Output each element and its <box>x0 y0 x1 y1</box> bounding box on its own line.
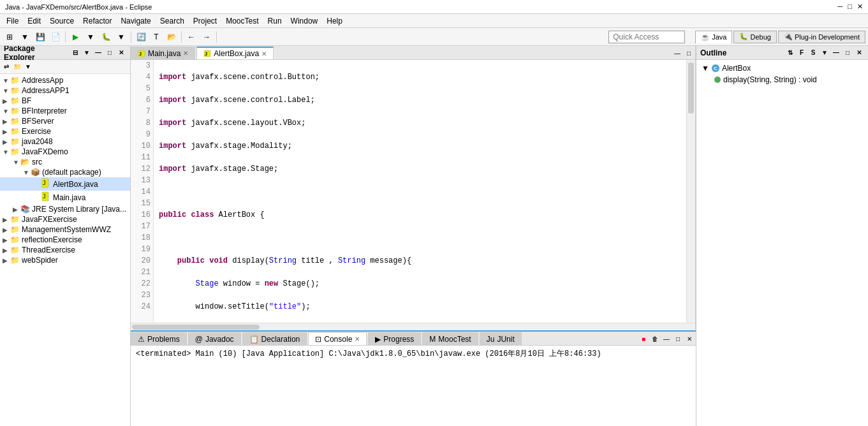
new-folder-btn[interactable]: 📁 <box>12 62 22 72</box>
minimize-btn[interactable]: ─ <box>838 3 843 11</box>
tab-alertbox-close[interactable]: ✕ <box>261 50 267 57</box>
problems-label: Problems <box>147 335 180 344</box>
tree-item-addressapp1[interactable]: ▼ 📁 AddressAPP1 <box>0 85 130 96</box>
menu-file[interactable]: File <box>3 15 22 27</box>
menu-navigate[interactable]: Navigate <box>117 15 154 27</box>
editor-maximize-btn[interactable]: □ <box>684 48 694 58</box>
tab-javadoc[interactable]: @ Javadoc <box>188 332 241 345</box>
tab-junit[interactable]: Ju JUnit <box>480 332 522 345</box>
menu-window[interactable]: Window <box>287 15 322 27</box>
menu-run[interactable]: Run <box>264 15 286 27</box>
menu-bar: File Edit Source Refactor Navigate Searc… <box>0 14 868 28</box>
tree-item-exercise[interactable]: ▶ 📁 Exercise <box>0 126 130 136</box>
menu-search[interactable]: Search <box>156 15 188 27</box>
outline-tree-root: ▼ C AlertBox <box>699 62 865 74</box>
tab-progress[interactable]: ▶ Progress <box>368 332 421 345</box>
label-webspider: webSpider <box>22 256 58 265</box>
new-dropdown[interactable]: ▼ <box>18 30 32 44</box>
perspective-plugin[interactable]: 🔌 Plug-in Development <box>778 31 865 43</box>
console-close-btn[interactable]: ✕ <box>684 334 695 344</box>
menu-mooctest[interactable]: MoocTest <box>222 15 262 27</box>
outline-minimize-btn[interactable]: — <box>831 48 841 58</box>
outline-menu-btn[interactable]: ▼ <box>820 48 830 58</box>
editor-vertical-scrollbar[interactable] <box>686 60 695 323</box>
editor-horizontal-scrollbar[interactable] <box>131 323 695 330</box>
tree-item-main[interactable]: J Main.java <box>0 191 130 204</box>
panel-minimize-btn[interactable]: — <box>93 48 103 58</box>
arrow-reflection: ▶ <box>3 237 10 244</box>
outline-alertbox-class[interactable]: AlertBox <box>722 64 751 73</box>
menu-edit[interactable]: Edit <box>24 15 45 27</box>
debug-btn[interactable]: 🐛 <box>99 30 113 44</box>
outline-hide-fields-btn[interactable]: F <box>797 48 807 58</box>
tab-mooctest[interactable]: M MoocTest <box>422 332 478 345</box>
outline-display-method[interactable]: display(String, String) : void <box>723 75 817 84</box>
link-with-editor-btn[interactable]: ⇄ <box>1 62 11 72</box>
menu-source[interactable]: Source <box>46 15 78 27</box>
toolbar-menu-btn[interactable]: ▼ <box>23 62 33 72</box>
open-type-btn[interactable]: T <box>149 30 163 44</box>
console-minimize-btn[interactable]: — <box>661 334 672 344</box>
tree-item-mgmt[interactable]: ▶ 📁 ManagementSystemWWZ <box>0 224 130 235</box>
code-content[interactable]: import javafx.scene.control.Button; impo… <box>154 60 686 323</box>
tree-item-default-pkg[interactable]: ▼ 📦 (default package) <box>0 167 130 177</box>
outline-sort-btn[interactable]: ⇅ <box>785 48 795 58</box>
panel-menu-btn[interactable]: ▼ <box>82 48 92 58</box>
editor-minimize-btn[interactable]: — <box>672 48 682 58</box>
outline-close-btn[interactable]: ✕ <box>854 48 864 58</box>
tree-item-bfserver[interactable]: ▶ 📁 BFServer <box>0 116 130 126</box>
tree-item-bf[interactable]: ▶ 📁 BF <box>0 96 130 106</box>
close-btn[interactable]: ✕ <box>857 3 863 11</box>
tree-item-reflection[interactable]: ▶ 📁 reflectionExercise <box>0 235 130 245</box>
console-maximize-btn[interactable]: □ <box>673 334 683 344</box>
save-btn[interactable]: 💾 <box>33 30 47 44</box>
tree-item-webspider[interactable]: ▶ 📁 webSpider <box>0 255 130 265</box>
label-addressapp1: AddressAPP1 <box>22 86 70 95</box>
save-all-btn[interactable]: 📄 <box>48 30 63 44</box>
tree-item-java2048[interactable]: ▶ 📁 java2048 <box>0 136 130 147</box>
quick-access-input[interactable] <box>608 31 685 43</box>
tree-item-thread[interactable]: ▶ 📁 ThreadExercise <box>0 245 130 255</box>
label-thread: ThreadExercise <box>22 246 75 254</box>
menu-help[interactable]: Help <box>323 15 346 27</box>
perspective-debug[interactable]: 🐛 Debug <box>733 31 776 43</box>
tab-main-java[interactable]: J Main.java ✕ <box>131 47 195 59</box>
project-icon-java2048: 📁 <box>10 137 20 146</box>
tab-console[interactable]: ⊡ Console ✕ <box>308 332 367 345</box>
outline-maximize-btn[interactable]: □ <box>842 48 853 58</box>
menu-refactor[interactable]: Refactor <box>79 15 115 27</box>
panel-close-btn[interactable]: ✕ <box>116 48 126 58</box>
debug-dropdown[interactable]: ▼ <box>114 30 128 44</box>
tab-main-close[interactable]: ✕ <box>183 50 188 57</box>
tree-item-addressapp[interactable]: ▼ 📁 AddressApp <box>0 75 130 85</box>
junit-icon: Ju <box>487 335 495 344</box>
run-btn[interactable]: ▶ <box>68 30 82 44</box>
tree-item-alertbox[interactable]: J AlertBox.java <box>0 177 130 191</box>
prev-edit-btn[interactable]: ← <box>184 30 198 44</box>
tree-item-javafxexercise[interactable]: ▶ 📁 JavaFXExercise <box>0 214 130 224</box>
code-line-11: public void display(String title , Strin… <box>159 255 681 267</box>
panel-maximize-btn[interactable]: □ <box>105 48 115 58</box>
menu-project[interactable]: Project <box>189 15 221 27</box>
run-dropdown[interactable]: ▼ <box>84 30 98 44</box>
open-resource-btn[interactable]: 📂 <box>165 30 179 44</box>
tree-item-bfinterpreter[interactable]: ▼ 📁 BFInterpreter <box>0 106 130 116</box>
perspective-java[interactable]: ☕ Java <box>695 31 732 43</box>
next-edit-btn[interactable]: → <box>200 30 214 44</box>
maximize-btn[interactable]: □ <box>848 3 852 11</box>
tab-problems[interactable]: ⚠ Problems <box>131 332 187 345</box>
tree-item-javafxdemo[interactable]: ▼ 📁 JavaFXDemo <box>0 147 130 157</box>
label-jre: JRE System Library [Java... <box>32 205 126 214</box>
collapse-all-btn[interactable]: ⊟ <box>70 48 80 58</box>
tree-item-src[interactable]: ▼ 📂 src <box>0 157 130 167</box>
tab-declaration[interactable]: 📋 Declaration <box>242 332 307 345</box>
console-tab-close[interactable]: ✕ <box>355 335 360 342</box>
arrow-exercise: ▶ <box>3 128 10 135</box>
outline-hide-static-btn[interactable]: S <box>808 48 818 58</box>
console-clear-btn[interactable]: 🗑 <box>650 334 660 344</box>
new-btn[interactable]: ⊞ <box>3 30 17 44</box>
refresh-btn[interactable]: 🔄 <box>134 30 148 44</box>
tree-item-jre[interactable]: ▶ 📚 JRE System Library [Java... <box>0 204 130 214</box>
console-stop-btn[interactable]: ■ <box>638 334 649 344</box>
tab-alertbox-java[interactable]: J AlertBox.java ✕ <box>196 47 274 59</box>
